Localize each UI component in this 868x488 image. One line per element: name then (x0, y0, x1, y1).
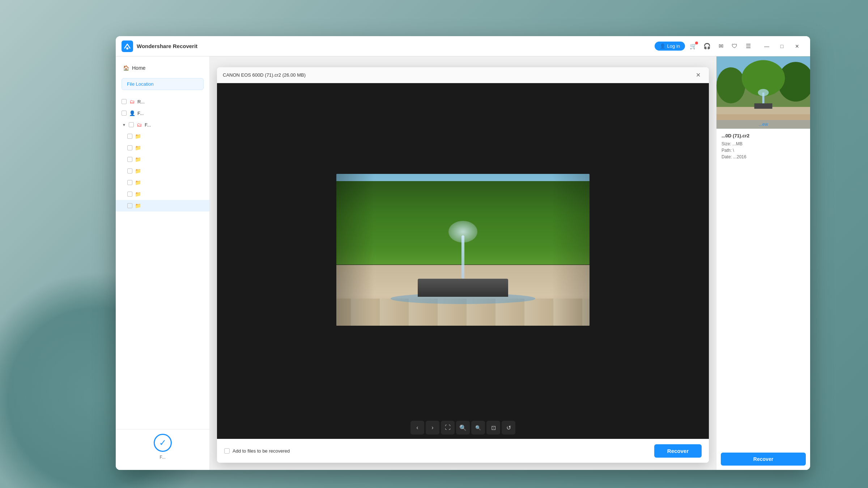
prev-icon: ‹ (416, 424, 418, 431)
dialog-title: CANON EOS 600D (71).cr2 (26.00 MB) (223, 72, 693, 78)
folder-icon-10: 📁 (135, 202, 141, 209)
dialog-title-bar: CANON EOS 600D (71).cr2 (26.00 MB) ✕ (217, 67, 709, 83)
scene-shadow (336, 174, 590, 326)
mail-button[interactable]: ✉ (715, 41, 726, 52)
headset-button[interactable]: 🎧 (702, 41, 712, 52)
tree-item-1[interactable]: 🗂 R... (116, 96, 209, 107)
tree-item-8[interactable]: 📁 (116, 177, 209, 188)
sidebar-bottom: ✓ F... (116, 429, 209, 464)
date-label: Date: (722, 154, 733, 159)
folder-icon-9: 📁 (135, 191, 141, 197)
add-to-recover-checkbox[interactable] (224, 448, 230, 454)
tree-label-3: F... (145, 122, 151, 128)
main-content: CANON EOS 600D (71).cr2 (26.00 MB) ✕ (210, 56, 716, 470)
fountain-image (336, 174, 590, 326)
dialog-footer: Add to files to be recovered Recover (217, 439, 709, 463)
app-window: Wondershare Recoverit 👤 Log in 🛒 🎧 ✉ 🛡 ☰… (116, 36, 810, 470)
preview-info: ...0D (71).cr2 Size: ...MB Path: \ Date:… (716, 129, 810, 448)
rotate-icon: ↺ (506, 424, 511, 431)
preview-date: Date: ...2016 (722, 154, 805, 159)
rotate-button[interactable]: ↺ (502, 421, 515, 435)
window-controls: — □ ✕ (760, 40, 804, 52)
tree-item-5[interactable]: 📁 (116, 142, 209, 154)
svg-rect-9 (754, 103, 773, 109)
tree-checkbox-4[interactable] (127, 134, 132, 139)
image-toolbar: ‹ › ⛶ 🔍 🔍 ⊡ (217, 416, 709, 439)
user-icon: 👤 (660, 43, 665, 49)
tree-checkbox-1[interactable] (122, 99, 127, 104)
prev-image-button[interactable]: ‹ (410, 421, 424, 435)
tree-checkbox-7[interactable] (127, 168, 132, 174)
svg-rect-0 (122, 40, 133, 52)
folder-icon-6: 📁 (135, 156, 141, 163)
image-preview-area (217, 83, 709, 416)
dialog-close-button[interactable]: ✕ (693, 70, 703, 80)
svg-point-1 (126, 47, 128, 50)
tree-checkbox-6[interactable] (127, 157, 132, 162)
tree-item-3[interactable]: ▼ 🗂 F... (116, 119, 209, 130)
panel-recover-button[interactable]: Recover (721, 453, 806, 466)
preview-filename: ...0D (71).cr2 (722, 133, 805, 138)
app-title: Wondershare Recoverit (137, 43, 197, 49)
folder-icon-3: 🗂 (136, 121, 142, 128)
zoom-out-button[interactable]: 🔍 (471, 421, 485, 435)
folder-icon-8: 📁 (135, 179, 141, 186)
sidebar-tree: 🗂 R... 👤 F... ▼ 🗂 F... (116, 94, 209, 429)
svg-point-6 (716, 67, 745, 103)
folder-icon-1: 🗂 (129, 98, 135, 105)
enhance-preview-button[interactable]: ...ew (716, 120, 810, 129)
tree-item-9[interactable]: 📁 (116, 188, 209, 200)
path-label: Path: (722, 148, 733, 153)
tree-item-2[interactable]: 👤 F... (116, 107, 209, 119)
folder-icon-2: 👤 (129, 110, 135, 116)
thumb-svg (716, 56, 810, 129)
tree-item-6[interactable]: 📁 (116, 154, 209, 165)
fullscreen-button[interactable]: ⛶ (441, 421, 455, 435)
login-button[interactable]: 👤 Log in (655, 42, 685, 51)
preview-size: Size: ...MB (722, 141, 805, 146)
maximize-button[interactable]: □ (775, 40, 789, 52)
app-logo-icon (122, 40, 133, 52)
folder-icon-5: 📁 (135, 145, 141, 151)
fit-icon: ⊡ (491, 424, 496, 431)
tree-checkbox-3[interactable] (129, 122, 134, 127)
size-label: Size: (722, 141, 732, 146)
tree-label-2: F... (137, 111, 144, 116)
cart-badge (695, 42, 698, 44)
tree-checkbox-8[interactable] (127, 180, 132, 185)
fit-screen-button[interactable]: ⊡ (486, 421, 500, 435)
preview-path: Path: \ (722, 148, 805, 153)
title-bar-actions: 👤 Log in 🛒 🎧 ✉ 🛡 ☰ — □ ✕ (655, 40, 804, 52)
tree-item-7[interactable]: 📁 (116, 165, 209, 177)
next-image-button[interactable]: › (426, 421, 439, 435)
home-icon: 🏠 (123, 65, 129, 71)
tree-checkbox-5[interactable] (127, 145, 132, 150)
add-to-recover-label[interactable]: Add to files to be recovered (224, 448, 290, 454)
zoom-in-button[interactable]: 🔍 (456, 421, 470, 435)
tree-label-1: R... (137, 99, 145, 104)
tree-checkbox-2[interactable] (122, 111, 127, 116)
recover-button[interactable]: Recover (654, 444, 702, 458)
zoom-in-icon: 🔍 (459, 424, 467, 431)
zoom-out-icon: 🔍 (475, 425, 481, 431)
expand-icon-3[interactable]: ▼ (122, 122, 127, 127)
folder-icon-4: 📁 (135, 133, 141, 140)
svg-point-11 (758, 89, 769, 96)
tree-checkbox-10[interactable] (127, 203, 132, 208)
folder-icon-7: 📁 (135, 168, 141, 174)
preview-panel: ...ew ...0D (71).cr2 Size: ...MB Path: \… (716, 56, 810, 470)
close-button[interactable]: ✕ (790, 40, 804, 52)
thumbnail-image (716, 56, 810, 129)
sidebar-item-home[interactable]: 🏠 Home (116, 62, 209, 74)
minimize-button[interactable]: — (760, 40, 774, 52)
tree-checkbox-9[interactable] (127, 192, 132, 197)
shield-button[interactable]: 🛡 (729, 41, 740, 52)
tree-item-4[interactable]: 📁 (116, 130, 209, 142)
file-location-button[interactable]: File Location (122, 78, 204, 90)
sidebar: 🏠 Home File Location 🗂 R... 👤 F... (116, 56, 210, 470)
fullscreen-icon: ⛶ (445, 424, 451, 431)
cart-wrapper: 🛒 (688, 41, 699, 52)
tree-item-10[interactable]: 📁 (116, 200, 209, 211)
preview-thumbnail: ...ew (716, 56, 810, 129)
menu-button[interactable]: ☰ (743, 41, 754, 52)
